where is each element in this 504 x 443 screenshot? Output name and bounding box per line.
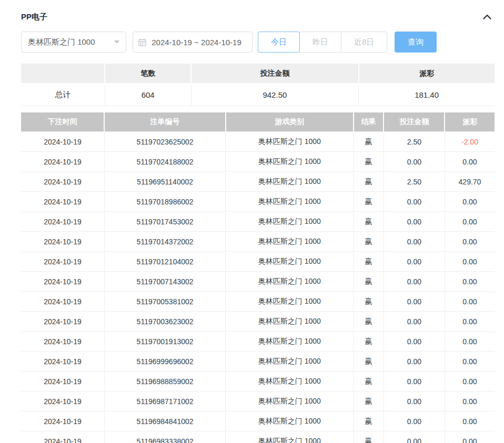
payout-cell: 0.00 [445,152,495,172]
payout-cell: 0.00 [445,292,495,312]
date-range-value: 2024-10-19 ~ 2024-10-19 [146,38,247,47]
bet-id-cell: 51197018986002 [104,192,225,212]
summary-column-header: 笔数 [105,64,191,84]
bet-time-cell: 2024-10-19 [21,292,104,312]
bet-id-cell: 51197017453002 [104,212,225,232]
bet-time-cell: 2024-10-19 [21,252,104,272]
bet-time-cell: 2024-10-19 [21,232,104,252]
game-category-cell: 奥林匹斯之门 1000 [226,312,354,332]
bet-id-cell: 51197003623002 [104,312,225,332]
table-row: 2024-10-1951197024188002奥林匹斯之门 1000赢0.00… [21,152,495,172]
date-range-picker[interactable]: 2024-10-19 ~ 2024-10-19 [133,32,253,53]
payout-cell: -2.00 [445,132,495,152]
page-title: PP电子 [21,12,47,22]
panel-header: PP电子 [21,12,495,22]
result-cell: 赢 [354,192,384,212]
game-category-cell: 奥林匹斯之门 1000 [226,132,354,152]
result-cell: 赢 [354,252,384,272]
game-select[interactable]: 奥林匹斯之门 1000 [21,32,126,53]
bet-id-cell: 51197023625002 [104,132,225,152]
pp-electronic-panel: PP电子 奥林匹斯之门 1000 2024-10-19 ~ [0,0,504,443]
result-cell: 赢 [354,212,384,232]
payout-cell: 0.00 [445,332,495,352]
game-select-value: 奥林匹斯之门 1000 [28,37,111,47]
table-row: 2024-10-1951196988859002奥林匹斯之门 1000赢0.00… [21,372,495,392]
bet-time-cell: 2024-10-19 [21,272,104,292]
game-category-cell: 奥林匹斯之门 1000 [226,272,354,292]
table-row: 2024-10-1951197018986002奥林匹斯之门 1000赢0.00… [21,192,495,212]
bet-time-cell: 2024-10-19 [21,212,104,232]
bet-id-cell: 51197005381002 [104,292,225,312]
summary-value: 604 [105,84,191,106]
bet-amount-cell: 0.00 [384,352,445,372]
bet-amount-cell: 0.00 [384,292,445,312]
bet-amount-cell: 0.00 [384,252,445,272]
bet-time-cell: 2024-10-19 [21,332,104,352]
bet-records-table: 下注时间注单编号游戏类别结果投注金额派彩 2024-10-19511970236… [21,112,495,443]
bet-id-cell: 51196987171002 [104,392,225,411]
query-button[interactable]: 查询 [395,32,437,53]
game-category-cell: 奥林匹斯之门 1000 [226,411,354,431]
table-row: 2024-10-1951196999696002奥林匹斯之门 1000赢0.00… [21,352,495,372]
table-row: 2024-10-1951196983338002奥林匹斯之门 1000赢0.00… [21,431,495,443]
payout-cell: 0.00 [445,252,495,272]
bet-id-cell: 51196988859002 [104,372,225,392]
bet-id-cell: 51196983338002 [104,431,225,443]
summary-column-header: 投注金额 [191,64,359,84]
result-cell: 赢 [354,292,384,312]
bet-time-cell: 2024-10-19 [21,411,104,431]
result-cell: 赢 [354,352,384,372]
game-category-cell: 奥林匹斯之门 1000 [226,252,354,272]
last-8-days-button[interactable]: 近8日 [341,32,387,53]
summary-column-header: 派彩 [359,64,495,84]
bet-id-cell: 51197007143002 [104,272,225,292]
bet-id-cell: 51196984841002 [104,411,225,431]
bet-time-cell: 2024-10-19 [21,172,104,192]
caret-down-icon [114,40,119,44]
bet-amount-cell: 0.00 [384,192,445,212]
yesterday-button[interactable]: 昨日 [299,32,341,53]
table-row: 2024-10-1951196987171002奥林匹斯之门 1000赢0.00… [21,392,495,411]
detail-column-header: 结果 [354,112,384,132]
payout-cell: 0.00 [445,232,495,252]
result-cell: 赢 [354,312,384,332]
table-row: 2024-10-1951196951140002奥林匹斯之门 1000赢2.50… [21,172,495,192]
detail-column-header: 投注金额 [384,112,445,132]
bet-time-cell: 2024-10-19 [21,152,104,172]
bet-id-cell: 51196999696002 [104,352,225,372]
bet-amount-cell: 0.00 [384,332,445,352]
summary-row-label: 总计 [21,84,105,106]
today-button[interactable]: 今日 [258,32,300,53]
detail-column-header: 游戏类别 [226,112,354,132]
result-cell: 赢 [354,372,384,392]
payout-cell: 0.00 [445,352,495,372]
bet-id-cell: 51197024188002 [104,152,225,172]
payout-cell: 429.70 [445,172,495,192]
bet-id-cell: 51197001913002 [104,332,225,352]
bet-amount-cell: 0.00 [384,232,445,252]
payout-cell: 0.00 [445,272,495,292]
bet-time-cell: 2024-10-19 [21,132,104,152]
table-row: 2024-10-1951197023625002奥林匹斯之门 1000赢2.50… [21,132,495,152]
chevron-up-icon [483,14,491,19]
table-row: 2024-10-1951197005381002奥林匹斯之门 1000赢0.00… [21,292,495,312]
summary-value: 942.50 [191,84,359,106]
bet-time-cell: 2024-10-19 [21,372,104,392]
collapse-panel-button[interactable] [481,11,493,23]
game-category-cell: 奥林匹斯之门 1000 [226,332,354,352]
bet-amount-cell: 0.00 [384,152,445,172]
game-category-cell: 奥林匹斯之门 1000 [226,352,354,372]
payout-cell: 0.00 [445,212,495,232]
bet-amount-cell: 0.00 [384,372,445,392]
summary-total-row: 总计604942.50181.40 [21,84,495,106]
result-cell: 赢 [354,332,384,352]
bet-time-cell: 2024-10-19 [21,192,104,212]
summary-column-header [21,64,105,84]
quick-date-button-group: 今日 昨日 近8日 [258,32,387,53]
game-category-cell: 奥林匹斯之门 1000 [226,431,354,443]
bet-time-cell: 2024-10-19 [21,352,104,372]
result-cell: 赢 [354,232,384,252]
game-category-cell: 奥林匹斯之门 1000 [226,152,354,172]
game-category-cell: 奥林匹斯之门 1000 [226,212,354,232]
bet-time-cell: 2024-10-19 [21,392,104,411]
